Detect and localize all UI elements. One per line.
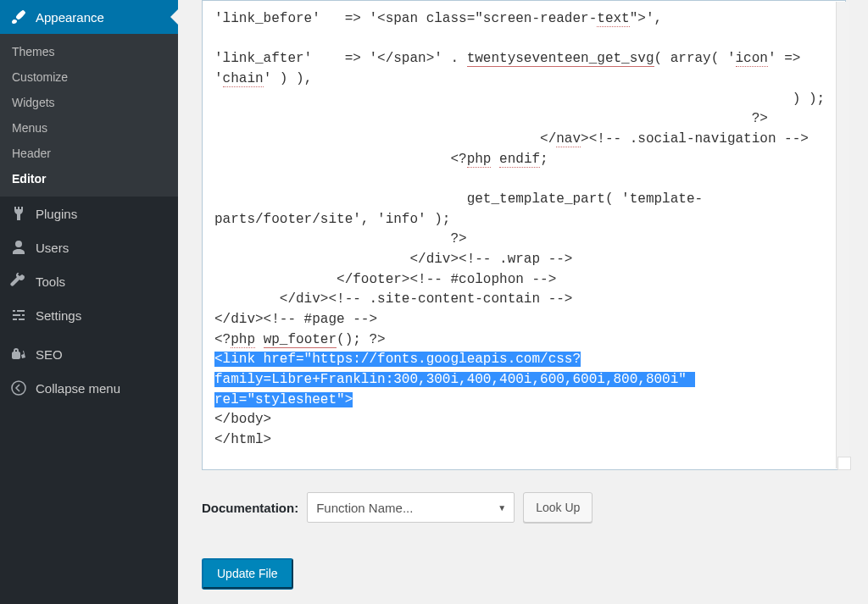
- brush-icon: [10, 8, 27, 25]
- menu-label: Users: [36, 241, 69, 255]
- menu-label: Appearance: [36, 10, 104, 25]
- collapse-icon: [10, 380, 27, 396]
- menu-label: Plugins: [36, 207, 77, 221]
- main-content: 'link_before' => '<span class="screen-re…: [178, 0, 868, 604]
- code-editor-wrap: 'link_before' => '<span class="screen-re…: [202, 0, 851, 470]
- plug-icon: [10, 205, 27, 222]
- seo-icon: [10, 346, 27, 363]
- wrench-icon: [10, 273, 27, 290]
- code-editor-textarea[interactable]: 'link_before' => '<span class="screen-re…: [202, 0, 846, 470]
- submenu-editor[interactable]: Editor: [0, 166, 178, 191]
- sidebar-item-appearance[interactable]: Appearance: [0, 0, 178, 34]
- documentation-row: Documentation: Function Name... Look Up: [202, 492, 851, 523]
- user-icon: [10, 239, 27, 256]
- sidebar-collapse[interactable]: Collapse menu: [0, 371, 178, 405]
- appearance-submenu: Themes Customize Widgets Menus Header Ed…: [0, 34, 178, 197]
- sidebar-item-tools[interactable]: Tools: [0, 264, 178, 298]
- submenu-customize[interactable]: Customize: [0, 64, 178, 90]
- submenu-menus[interactable]: Menus: [0, 115, 178, 141]
- scrollbar[interactable]: [836, 2, 849, 468]
- documentation-label: Documentation:: [202, 501, 298, 515]
- sidebar-item-seo[interactable]: SEO: [0, 337, 178, 371]
- scroll-corner: [837, 457, 851, 470]
- menu-label: Tools: [36, 274, 65, 289]
- lookup-button[interactable]: Look Up: [523, 492, 593, 523]
- admin-sidebar: Appearance Themes Customize Widgets Menu…: [0, 0, 178, 604]
- sidebar-item-settings[interactable]: Settings: [0, 298, 178, 332]
- sliders-icon: [10, 307, 27, 324]
- submenu-widgets[interactable]: Widgets: [0, 90, 178, 115]
- menu-label: Collapse menu: [36, 381, 120, 396]
- svg-point-0: [12, 381, 25, 395]
- function-name-select[interactable]: Function Name...: [307, 492, 515, 523]
- sidebar-item-users[interactable]: Users: [0, 230, 178, 264]
- menu-label: Settings: [36, 308, 81, 323]
- update-file-button[interactable]: Update File: [202, 558, 293, 589]
- sidebar-item-plugins[interactable]: Plugins: [0, 197, 178, 230]
- submenu-header[interactable]: Header: [0, 141, 178, 166]
- submenu-themes[interactable]: Themes: [0, 39, 178, 64]
- menu-label: SEO: [36, 347, 63, 362]
